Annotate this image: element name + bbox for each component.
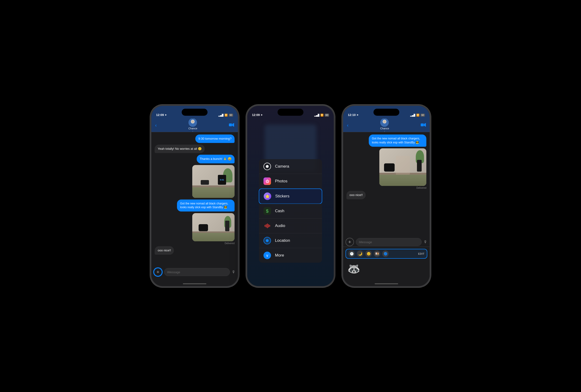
sticker-tabs-bar[interactable]: 🕐 🌙 😊 🍱 🔵 EDIT — [346, 249, 427, 259]
delivered-1: Delivered — [225, 242, 234, 245]
svg-marker-5 — [232, 123, 234, 127]
svg-marker-11 — [424, 123, 426, 127]
plus-button-1[interactable]: + — [154, 268, 162, 276]
sticker-panel-3: 🕐 🌙 😊 🍱 🔵 EDIT 🦝 — [343, 247, 430, 279]
status-icons-1: ▂▄█ 🛜 60 — [218, 114, 233, 117]
phones-container: 12:09 ➤ ▂▄█ 🛜 60 ‹ Chance › — [150, 104, 431, 288]
mic-icon-3[interactable]: 🎙 — [424, 240, 427, 244]
phone-2: 12:09 ➤ ▂▄█ 🛜 60 Camera 🌸 — [246, 104, 335, 288]
message-input-3[interactable]: iMessage — [356, 238, 422, 246]
location-icon-3: ➤ — [356, 114, 358, 116]
msg-1-4: Got the new nomad all black chargers, lo… — [177, 199, 234, 212]
menu-item-location[interactable]: Location — [259, 233, 322, 248]
menu-item-audio[interactable]: Audio — [259, 218, 322, 233]
status-bar-2: 12:09 ➤ ▂▄█ 🛜 60 — [247, 106, 334, 119]
svg-rect-4 — [229, 124, 232, 126]
messages-3: Got the new nomad all black chargers, lo… — [346, 135, 426, 199]
wifi-icon-1: 🛜 — [224, 114, 228, 117]
mic-icon-1[interactable]: 🎙 — [232, 270, 236, 274]
battery-1: 60 — [229, 114, 233, 117]
svg-rect-10 — [421, 124, 424, 126]
msg-1-2: Yeah totally! No worries at all 🙂 — [155, 145, 205, 153]
sticker-tab-food[interactable]: 🍱 — [374, 250, 380, 257]
dynamic-island-3 — [374, 109, 399, 116]
msg-1-1: 9:30 tomorrow morning? — [195, 135, 234, 143]
status-icons-3: ▂▄█ 🛜 60 — [410, 114, 425, 117]
time-1: 12:09 ➤ — [156, 113, 167, 117]
nav-bar-3: ‹ Chance › — [343, 119, 430, 132]
stickers-icon: ⭐ — [264, 192, 272, 200]
location-icon-1: ➤ — [165, 114, 167, 116]
audio-icon — [263, 222, 271, 230]
plus-button-3[interactable]: + — [346, 238, 354, 246]
delivered-3: Delivered — [416, 187, 426, 189]
dynamic-island-1 — [182, 109, 208, 116]
signal-icon-2: ▂▄█ — [314, 114, 320, 116]
back-button-1[interactable]: ‹ — [155, 123, 157, 128]
stickers-label: Stickers — [275, 194, 289, 198]
contact-name-1: Chance — [188, 127, 197, 130]
plus-icon-3: + — [348, 239, 351, 245]
chat-area-3: Got the new nomad all black chargers, lo… — [343, 132, 430, 247]
video-button-1[interactable] — [229, 123, 234, 128]
sticker-tab-emoji[interactable]: 😊 — [365, 250, 372, 257]
more-label: More — [275, 253, 284, 258]
sticker-raccoon[interactable]: 🦝 — [346, 261, 361, 276]
battery-3: 60 — [420, 114, 425, 117]
home-indicator-3 — [375, 283, 398, 284]
location-label: Location — [275, 238, 290, 243]
camera-label: Camera — [275, 164, 289, 169]
msg-3-1: Got the new nomad all black chargers, lo… — [369, 135, 426, 147]
msg-1-3: Thanks a bunch! 🙏 😄 — [197, 155, 234, 163]
menu-item-stickers[interactable]: ⭐ Stickers — [259, 189, 322, 204]
signal-icon-3: ▂▄█ — [410, 114, 415, 116]
audio-label: Audio — [275, 223, 285, 228]
sticker-content-area: 🦝 — [343, 261, 430, 277]
menu-list-2: Camera 🌸 Photos ⭐ Stickers $ Cash — [259, 159, 322, 263]
svg-point-3 — [191, 120, 194, 123]
wifi-icon-2: 🛜 — [320, 114, 324, 117]
status-icons-2: ▂▄█ 🛜 60 — [314, 114, 329, 117]
time-3: 12:10 ➤ — [348, 113, 358, 117]
photos-icon: 🌸 — [263, 177, 271, 185]
home-indicator-1 — [183, 283, 206, 284]
cash-label: Cash — [275, 209, 284, 213]
menu-item-cash[interactable]: $ Cash — [259, 204, 322, 218]
contact-avatar-3[interactable] — [380, 118, 389, 127]
menu-item-more[interactable]: ∨ More — [259, 248, 322, 263]
input-bar-1: + iMessage 🎙 — [151, 265, 238, 279]
menu-item-camera[interactable]: Camera — [259, 159, 322, 174]
back-button-3[interactable]: ‹ — [347, 123, 348, 128]
menu-item-photos[interactable]: 🌸 Photos — [259, 174, 322, 189]
signal-icon-1: ▂▄█ — [218, 114, 224, 116]
img-1-1: 5:01 — [192, 165, 234, 198]
nav-center-1[interactable]: Chance › — [188, 118, 197, 132]
battery-2: 60 — [324, 114, 329, 117]
time-2: 12:09 ➤ — [252, 113, 262, 117]
sticker-tab-recent[interactable]: 🕐 — [348, 250, 355, 257]
nav-center-3[interactable]: Chance › — [380, 118, 389, 132]
contact-name-3: Chance — [380, 127, 389, 130]
cash-icon: $ — [263, 207, 271, 215]
photos-label: Photos — [275, 179, 288, 184]
nav-bar-1: ‹ Chance › — [151, 119, 238, 132]
msg-3-2: ooo nice!! — [346, 191, 366, 199]
chat-area-1: 9:30 tomorrow morning? Yeah totally! No … — [151, 132, 238, 263]
img-1-2 — [192, 213, 234, 241]
wifi-icon-3: 🛜 — [416, 114, 420, 117]
location-icon — [263, 237, 271, 245]
messages-1: 9:30 tomorrow morning? Yeah totally! No … — [155, 135, 234, 255]
video-button-3[interactable] — [421, 123, 426, 128]
sticker-tab-moon[interactable]: 🌙 — [357, 250, 363, 257]
more-icon: ∨ — [263, 251, 271, 259]
message-input-1[interactable]: iMessage — [164, 268, 230, 276]
svg-point-9 — [383, 120, 386, 123]
location-icon-2: ➤ — [261, 114, 262, 116]
img-3-1 — [379, 148, 426, 186]
sticker-edit-label[interactable]: EDIT — [418, 252, 424, 255]
sticker-tab-circle[interactable]: 🔵 — [382, 250, 389, 257]
phone-3: 12:10 ➤ ▂▄█ 🛜 60 ‹ Chance › — [342, 104, 431, 288]
camera-icon — [263, 163, 271, 171]
plus-icon-1: + — [156, 269, 160, 275]
contact-avatar-1[interactable] — [188, 118, 197, 127]
